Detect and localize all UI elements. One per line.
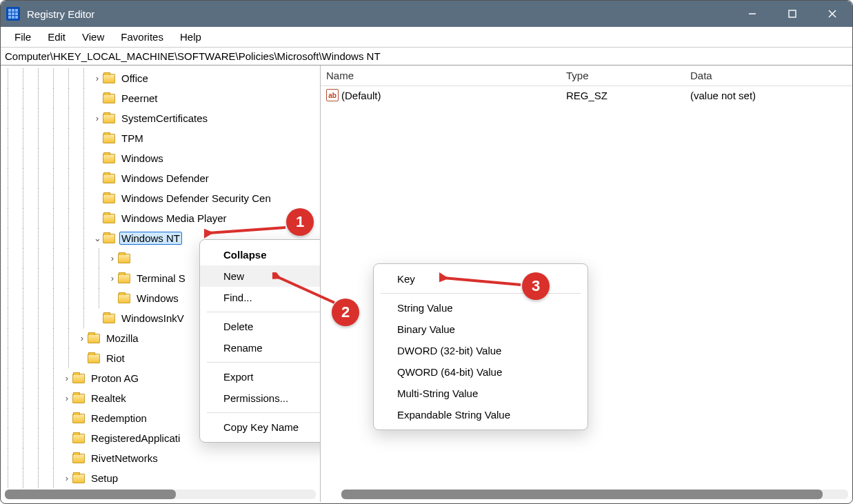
folder-icon [118, 294, 130, 303]
tree-node-label: Redemption [89, 412, 149, 425]
close-button[interactable] [812, 1, 852, 27]
context-menu-item[interactable]: QWORD (64-bit) Value [374, 361, 588, 383]
context-menu-item[interactable]: Expandable String Value [374, 404, 588, 425]
folder-icon [103, 74, 115, 83]
tree-node[interactable]: Peernet [1, 88, 320, 108]
annotation-arrow-1 [204, 223, 287, 240]
folder-icon [103, 134, 115, 143]
tree-node-label: Windows Defender Security Cen [119, 192, 273, 205]
tree-node[interactable]: Windows Defender Security Cen [1, 188, 320, 208]
tree-node[interactable]: ›Office [1, 68, 320, 88]
title-bar: Registry Editor [1, 1, 852, 27]
tree-node[interactable]: RivetNetworks [1, 448, 320, 468]
tree-node[interactable]: ›Setup [1, 468, 320, 488]
context-menu-item[interactable]: Binary Value [374, 319, 588, 340]
menu-edit[interactable]: Edit [39, 31, 74, 43]
annotation-arrow-2 [272, 272, 339, 307]
folder-icon [88, 334, 100, 343]
context-menu-item-label: Find... [223, 292, 252, 303]
context-menu: CollapseNew›Find...DeleteRenameExportPer… [199, 239, 321, 443]
annotation-badge-3: 3 [522, 272, 550, 300]
tree-node[interactable]: Windows Defender [1, 168, 320, 188]
tree-node-label: Windows Defender [119, 172, 211, 185]
menu-help[interactable]: Help [172, 31, 210, 43]
context-menu-item-label: String Value [397, 302, 453, 314]
maximize-button[interactable] [772, 1, 812, 27]
context-menu-item-label: Binary Value [397, 323, 455, 335]
string-value-icon: ab [326, 89, 339, 101]
tree-node-label: Mozilla [104, 332, 141, 345]
chevron-right-icon[interactable]: › [61, 393, 72, 403]
value-name: (Default) [341, 90, 381, 101]
tree-node-label: Realtek [89, 392, 128, 405]
svg-rect-1 [789, 10, 796, 17]
tree-node-label: WindowsInkV [119, 312, 186, 325]
chevron-down-icon[interactable]: ⌄ [92, 233, 103, 243]
tree-node-label: RegisteredApplicati [89, 432, 182, 445]
context-menu-item[interactable]: Copy Key Name [200, 416, 321, 438]
list-horizontal-scrollbar[interactable] [341, 490, 848, 499]
context-menu-item-label: Expandable String Value [397, 409, 510, 421]
tree-node-label: Windows [134, 292, 181, 305]
tree-node-label: Peernet [119, 92, 160, 105]
context-menu-item-label: QWORD (64-bit) Value [397, 366, 502, 378]
context-menu-item-label: Collapse [223, 249, 267, 261]
context-menu-item[interactable]: Rename [200, 337, 321, 359]
list-row[interactable]: ab (Default) REG_SZ (value not set) [321, 86, 852, 104]
annotation-badge-1: 1 [286, 208, 314, 236]
value-type: REG_SZ [566, 90, 690, 101]
tree-node-label: Setup [89, 472, 120, 485]
menu-view[interactable]: View [74, 31, 112, 43]
folder-icon [103, 194, 115, 203]
context-menu-item-label: DWORD (32-bit) Value [397, 345, 501, 356]
chevron-right-icon[interactable]: › [107, 273, 118, 283]
context-menu-item-label: Copy Key Name [223, 421, 299, 433]
context-menu-item[interactable]: Delete [200, 316, 321, 337]
header-data[interactable]: Data [690, 70, 852, 81]
folder-icon [103, 214, 115, 223]
context-menu-item-label: New [223, 270, 244, 282]
chevron-right-icon[interactable]: › [77, 333, 88, 343]
folder-icon [72, 374, 85, 383]
context-menu-item[interactable]: Collapse [200, 244, 321, 265]
folder-icon [103, 234, 115, 243]
tree-horizontal-scrollbar[interactable] [5, 490, 316, 499]
header-type[interactable]: Type [566, 70, 690, 81]
tree-node-label: RivetNetworks [89, 452, 160, 465]
chevron-right-icon[interactable]: › [107, 253, 118, 263]
menu-favorites[interactable]: Favorites [112, 31, 172, 43]
tree-node[interactable]: Windows [1, 148, 320, 168]
tree-node-label: Office [119, 72, 150, 85]
context-menu-item[interactable]: Permissions... [200, 387, 321, 409]
chevron-right-icon[interactable]: › [92, 73, 103, 83]
tree-node-label: Riot [104, 352, 127, 365]
tree-node-label: TPM [119, 132, 145, 145]
context-menu-item[interactable]: Export [200, 366, 321, 387]
minimize-button[interactable] [732, 1, 772, 27]
annotation-arrow-3 [439, 272, 523, 289]
chevron-right-icon[interactable]: › [92, 113, 103, 123]
folder-icon [103, 314, 115, 323]
context-menu-item-label: Key [397, 273, 415, 285]
context-menu-item-label: Permissions... [223, 392, 288, 404]
context-menu-item-label: Delete [223, 321, 253, 332]
chevron-right-icon[interactable]: › [61, 373, 72, 383]
context-menu-item-label: Multi-String Value [397, 387, 478, 399]
folder-icon [103, 174, 115, 183]
tree-node[interactable]: ›SystemCertificates [1, 108, 320, 128]
tree-node[interactable]: TPM [1, 128, 320, 148]
folder-icon [103, 154, 115, 163]
context-menu-item[interactable]: Multi-String Value [374, 383, 588, 404]
folder-icon [72, 394, 85, 403]
value-list-panel: Name Type Data ab (Default) REG_SZ (valu… [321, 65, 852, 502]
folder-icon [103, 114, 115, 123]
header-name[interactable]: Name [325, 70, 566, 81]
address-bar[interactable]: Computer\HKEY_LOCAL_MACHINE\SOFTWARE\Pol… [1, 48, 852, 65]
context-menu-item[interactable]: DWORD (32-bit) Value [374, 340, 588, 361]
chevron-right-icon[interactable]: › [61, 473, 72, 483]
context-menu-item[interactable]: String Value [374, 297, 588, 319]
folder-icon [72, 454, 85, 463]
menu-file[interactable]: File [6, 31, 39, 43]
tree-node-label: Proton AG [89, 372, 141, 385]
tree-node-label: Terminal S [134, 272, 188, 285]
